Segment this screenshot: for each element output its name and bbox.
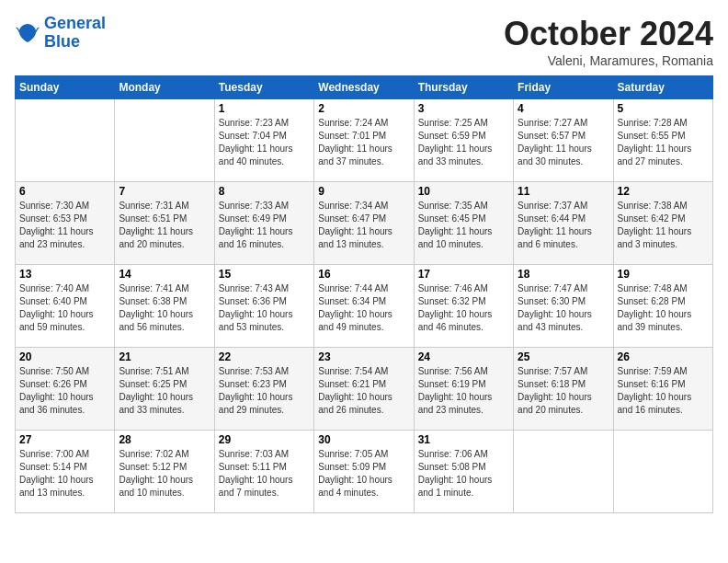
calendar-cell: 21Sunrise: 7:51 AM Sunset: 6:25 PM Dayli… [115, 348, 214, 431]
day-number: 20 [19, 350, 110, 363]
day-info: Sunrise: 7:50 AM Sunset: 6:26 PM Dayligh… [19, 365, 110, 417]
day-number: 23 [318, 350, 409, 363]
calendar-cell: 28Sunrise: 7:02 AM Sunset: 5:12 PM Dayli… [115, 431, 214, 513]
day-info: Sunrise: 7:00 AM Sunset: 5:14 PM Dayligh… [19, 448, 110, 500]
calendar-cell: 30Sunrise: 7:05 AM Sunset: 5:09 PM Dayli… [314, 431, 414, 513]
calendar-week-row: 6Sunrise: 7:30 AM Sunset: 6:53 PM Daylig… [16, 182, 713, 265]
day-number: 25 [518, 350, 609, 363]
calendar-cell: 23Sunrise: 7:54 AM Sunset: 6:21 PM Dayli… [314, 348, 414, 431]
logo-icon [15, 20, 40, 46]
calendar-week-row: 13Sunrise: 7:40 AM Sunset: 6:40 PM Dayli… [16, 265, 713, 348]
day-number: 28 [119, 433, 210, 446]
calendar-cell: 10Sunrise: 7:35 AM Sunset: 6:45 PM Dayli… [414, 182, 513, 265]
calendar-cell: 17Sunrise: 7:46 AM Sunset: 6:32 PM Dayli… [414, 265, 513, 348]
day-info: Sunrise: 7:03 AM Sunset: 5:11 PM Dayligh… [219, 448, 310, 500]
calendar-cell: 2Sunrise: 7:24 AM Sunset: 7:01 PM Daylig… [314, 99, 414, 182]
day-info: Sunrise: 7:47 AM Sunset: 6:30 PM Dayligh… [518, 282, 609, 334]
day-info: Sunrise: 7:23 AM Sunset: 7:04 PM Dayligh… [219, 117, 310, 168]
day-info: Sunrise: 7:35 AM Sunset: 6:45 PM Dayligh… [418, 200, 509, 251]
day-info: Sunrise: 7:43 AM Sunset: 6:36 PM Dayligh… [219, 282, 310, 334]
day-info: Sunrise: 7:53 AM Sunset: 6:23 PM Dayligh… [219, 365, 310, 417]
day-number: 30 [318, 433, 409, 446]
location-subtitle: Valeni, Maramures, Romania [504, 53, 713, 68]
day-number: 14 [119, 268, 210, 281]
day-number: 10 [418, 185, 509, 198]
day-info: Sunrise: 7:28 AM Sunset: 6:55 PM Dayligh… [618, 117, 709, 168]
day-info: Sunrise: 7:51 AM Sunset: 6:25 PM Dayligh… [119, 365, 210, 417]
logo: General Blue [15, 15, 106, 52]
calendar-cell: 8Sunrise: 7:33 AM Sunset: 6:49 PM Daylig… [214, 182, 313, 265]
calendar-header-row: SundayMondayTuesdayWednesdayThursdayFrid… [16, 76, 713, 99]
calendar-cell: 24Sunrise: 7:56 AM Sunset: 6:19 PM Dayli… [414, 348, 513, 431]
day-info: Sunrise: 7:33 AM Sunset: 6:49 PM Dayligh… [219, 200, 310, 251]
day-number: 19 [618, 268, 709, 281]
day-number: 7 [119, 185, 210, 198]
day-info: Sunrise: 7:59 AM Sunset: 6:16 PM Dayligh… [618, 365, 709, 417]
calendar-cell: 13Sunrise: 7:40 AM Sunset: 6:40 PM Dayli… [16, 265, 115, 348]
day-info: Sunrise: 7:30 AM Sunset: 6:53 PM Dayligh… [19, 200, 110, 251]
day-number: 21 [119, 350, 210, 363]
calendar-cell: 22Sunrise: 7:53 AM Sunset: 6:23 PM Dayli… [214, 348, 313, 431]
day-number: 12 [618, 185, 709, 198]
calendar-cell: 1Sunrise: 7:23 AM Sunset: 7:04 PM Daylig… [214, 99, 313, 182]
day-number: 3 [418, 102, 509, 115]
day-info: Sunrise: 7:54 AM Sunset: 6:21 PM Dayligh… [318, 365, 409, 417]
calendar-cell: 15Sunrise: 7:43 AM Sunset: 6:36 PM Dayli… [214, 265, 313, 348]
calendar-cell: 4Sunrise: 7:27 AM Sunset: 6:57 PM Daylig… [514, 99, 613, 182]
calendar-cell: 27Sunrise: 7:00 AM Sunset: 5:14 PM Dayli… [16, 431, 115, 513]
day-number: 26 [618, 350, 709, 363]
month-title: October 2024 [504, 15, 713, 53]
calendar-cell: 25Sunrise: 7:57 AM Sunset: 6:18 PM Dayli… [514, 348, 613, 431]
day-number: 27 [19, 433, 110, 446]
calendar-cell: 29Sunrise: 7:03 AM Sunset: 5:11 PM Dayli… [214, 431, 313, 513]
day-number: 13 [19, 268, 110, 281]
weekday-header-friday: Friday [514, 76, 613, 99]
calendar-cell [16, 99, 115, 182]
calendar-cell: 20Sunrise: 7:50 AM Sunset: 6:26 PM Dayli… [16, 348, 115, 431]
day-number: 8 [219, 185, 310, 198]
day-number: 1 [219, 102, 310, 115]
day-number: 18 [518, 268, 609, 281]
calendar-cell: 6Sunrise: 7:30 AM Sunset: 6:53 PM Daylig… [16, 182, 115, 265]
day-number: 11 [518, 185, 609, 198]
day-number: 31 [418, 433, 509, 446]
calendar-week-row: 27Sunrise: 7:00 AM Sunset: 5:14 PM Dayli… [16, 431, 713, 513]
calendar-cell: 11Sunrise: 7:37 AM Sunset: 6:44 PM Dayli… [514, 182, 613, 265]
weekday-header-monday: Monday [115, 76, 214, 99]
day-info: Sunrise: 7:40 AM Sunset: 6:40 PM Dayligh… [19, 282, 110, 334]
calendar-cell: 16Sunrise: 7:44 AM Sunset: 6:34 PM Dayli… [314, 265, 414, 348]
day-info: Sunrise: 7:57 AM Sunset: 6:18 PM Dayligh… [518, 365, 609, 417]
day-number: 16 [318, 268, 409, 281]
weekday-header-saturday: Saturday [613, 76, 712, 99]
day-info: Sunrise: 7:27 AM Sunset: 6:57 PM Dayligh… [518, 117, 609, 168]
calendar-cell: 19Sunrise: 7:48 AM Sunset: 6:28 PM Dayli… [613, 265, 712, 348]
day-info: Sunrise: 7:06 AM Sunset: 5:08 PM Dayligh… [418, 448, 509, 500]
weekday-header-tuesday: Tuesday [214, 76, 313, 99]
calendar-cell [115, 99, 214, 182]
day-info: Sunrise: 7:31 AM Sunset: 6:51 PM Dayligh… [119, 200, 210, 251]
calendar-cell: 26Sunrise: 7:59 AM Sunset: 6:16 PM Dayli… [613, 348, 712, 431]
weekday-header-sunday: Sunday [16, 76, 115, 99]
day-info: Sunrise: 7:34 AM Sunset: 6:47 PM Dayligh… [318, 200, 409, 251]
calendar-table: SundayMondayTuesdayWednesdayThursdayFrid… [15, 75, 713, 513]
day-number: 2 [318, 102, 409, 115]
day-info: Sunrise: 7:25 AM Sunset: 6:59 PM Dayligh… [418, 117, 509, 168]
day-info: Sunrise: 7:44 AM Sunset: 6:34 PM Dayligh… [318, 282, 409, 334]
day-number: 17 [418, 268, 509, 281]
day-info: Sunrise: 7:37 AM Sunset: 6:44 PM Dayligh… [518, 200, 609, 251]
calendar-cell [613, 431, 712, 513]
calendar-cell: 31Sunrise: 7:06 AM Sunset: 5:08 PM Dayli… [414, 431, 513, 513]
calendar-cell: 3Sunrise: 7:25 AM Sunset: 6:59 PM Daylig… [414, 99, 513, 182]
day-info: Sunrise: 7:02 AM Sunset: 5:12 PM Dayligh… [119, 448, 210, 500]
day-info: Sunrise: 7:24 AM Sunset: 7:01 PM Dayligh… [318, 117, 409, 168]
logo-general: General [44, 14, 106, 32]
calendar-cell: 5Sunrise: 7:28 AM Sunset: 6:55 PM Daylig… [613, 99, 712, 182]
day-number: 5 [618, 102, 709, 115]
logo-blue: Blue [44, 32, 80, 51]
day-number: 29 [219, 433, 310, 446]
day-number: 15 [219, 268, 310, 281]
page-header: General Blue October 2024 Valeni, Maramu… [15, 15, 713, 68]
day-info: Sunrise: 7:48 AM Sunset: 6:28 PM Dayligh… [618, 282, 709, 334]
day-number: 6 [19, 185, 110, 198]
calendar-week-row: 20Sunrise: 7:50 AM Sunset: 6:26 PM Dayli… [16, 348, 713, 431]
